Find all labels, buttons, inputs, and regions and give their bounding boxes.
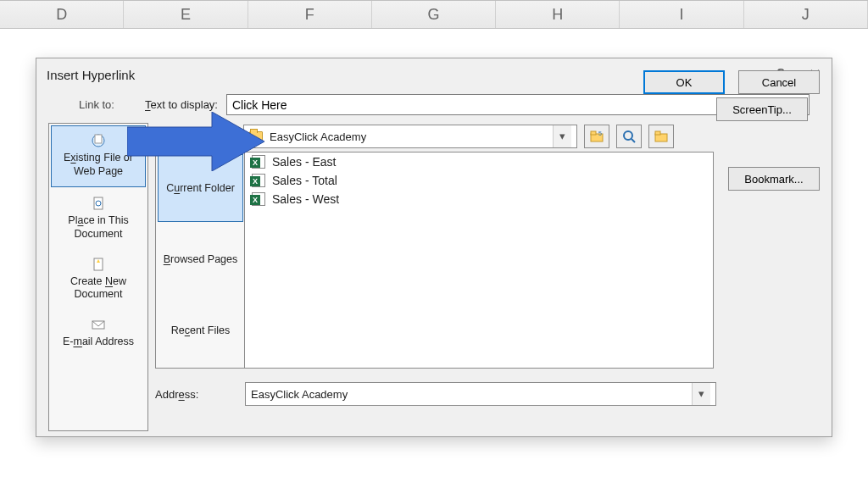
linkto-label: E-mail Address: [63, 336, 134, 347]
linkto-label: Place in ThisDocument: [68, 214, 128, 240]
category-label: Recent Files: [171, 324, 230, 337]
new-document-icon: [91, 257, 106, 272]
category-label: Browsed Pages: [164, 252, 238, 266]
file-name: Sales - East: [272, 155, 336, 169]
lookin-value: EasyClick Academy: [270, 130, 366, 143]
file-name: Sales - West: [272, 192, 339, 206]
insert-hyperlink-dialog: Insert Hyperlink ? ✕ Link to: Text to di…: [36, 58, 832, 437]
column-header[interactable]: F: [248, 1, 372, 28]
column-header[interactable]: H: [496, 1, 620, 28]
document-target-icon: [91, 196, 106, 211]
list-item[interactable]: Sales - East: [245, 152, 713, 171]
linkto-email[interactable]: E-mail Address: [49, 310, 147, 358]
svg-rect-13: [655, 131, 660, 135]
address-combobox[interactable]: EasyClick Academy ▾: [245, 382, 716, 406]
svg-rect-8: [591, 131, 596, 135]
text-to-display-label: Text to display:: [145, 98, 226, 111]
column-header[interactable]: I: [620, 1, 743, 28]
linkto-header: Link to:: [48, 98, 145, 111]
category-current-folder[interactable]: Current Folder: [158, 154, 243, 222]
cancel-button[interactable]: Cancel: [738, 70, 820, 94]
svg-line-11: [632, 139, 635, 142]
spreadsheet-column-headers: D E F G H I J: [0, 0, 868, 29]
lookin-dropdown[interactable]: EasyClick Academy ▾: [243, 125, 577, 148]
screentip-button[interactable]: ScreenTip...: [716, 97, 808, 121]
address-value: EasyClick Academy: [251, 388, 348, 401]
category-panel: Current Folder Browsed Pages Recent File…: [155, 152, 245, 369]
linkto-place-in-document[interactable]: Place in ThisDocument: [49, 189, 147, 249]
browse-file-button[interactable]: [648, 125, 674, 148]
column-header[interactable]: D: [0, 1, 124, 28]
svg-text:5: 5: [598, 130, 602, 136]
dialog-title: Insert Hyperlink: [47, 68, 135, 82]
list-item[interactable]: Sales - Total: [245, 171, 713, 190]
list-item[interactable]: Sales - West: [245, 190, 713, 208]
globe-page-icon: [91, 133, 106, 148]
linkto-panel: Existing File orWeb Page Place in ThisDo…: [48, 123, 148, 431]
column-header[interactable]: G: [372, 1, 496, 28]
excel-file-icon: [252, 192, 265, 206]
linkto-existing-file[interactable]: Existing File orWeb Page: [51, 125, 146, 187]
column-header[interactable]: J: [744, 1, 868, 28]
bookmark-button[interactable]: Bookmark...: [728, 167, 820, 191]
email-icon: [91, 317, 106, 332]
chevron-down-icon: ▾: [553, 125, 571, 147]
lookin-label: Look in:: [155, 130, 236, 143]
linkto-label: Existing File orWeb Page: [64, 152, 133, 177]
category-label: Current Folder: [166, 181, 235, 195]
excel-file-icon: [252, 155, 265, 169]
excel-file-icon: [252, 174, 265, 187]
folder-icon: [249, 131, 263, 141]
svg-rect-1: [95, 135, 102, 143]
browse-web-button[interactable]: [616, 125, 642, 148]
category-recent-files[interactable]: Recent Files: [156, 295, 245, 366]
address-label: Address:: [155, 388, 245, 401]
ok-button[interactable]: OK: [643, 70, 725, 94]
linkto-label: Create NewDocument: [70, 275, 126, 301]
file-list[interactable]: Sales - East Sales - Total Sales - West: [244, 152, 714, 369]
column-header[interactable]: E: [124, 1, 248, 28]
chevron-down-icon: ▾: [692, 383, 710, 405]
linkto-create-new[interactable]: Create NewDocument: [49, 250, 147, 310]
category-browsed-pages[interactable]: Browsed Pages: [156, 224, 245, 295]
svg-point-10: [624, 131, 632, 140]
up-one-level-button[interactable]: 5: [584, 125, 609, 148]
file-name: Sales - Total: [272, 174, 337, 187]
